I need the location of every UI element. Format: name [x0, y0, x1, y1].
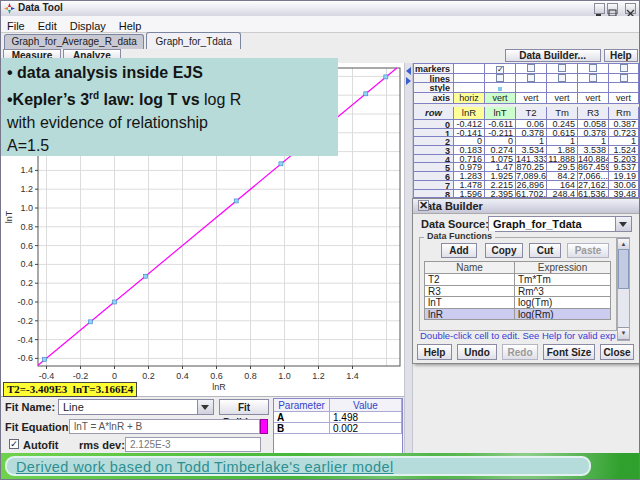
- table-cell[interactable]: 140.884: [578, 155, 609, 164]
- table-cell[interactable]: 5.203: [609, 155, 639, 164]
- table-cell[interactable]: 2.215: [485, 181, 516, 190]
- prop-cell-markers[interactable]: [454, 64, 485, 74]
- param-value[interactable]: 1.498: [330, 412, 402, 423]
- column-header-lnr[interactable]: lnR: [454, 107, 485, 120]
- data-builder--button[interactable]: Data Builder...: [505, 49, 601, 62]
- menu-file[interactable]: File: [1, 19, 32, 32]
- markers-checkbox[interactable]: [620, 64, 628, 72]
- data-source-dropdown-icon[interactable]: [615, 217, 631, 231]
- fit-builder-button[interactable]: Fit Builder...: [219, 399, 269, 415]
- data-source-combobox[interactable]: Graph_for_Tdata: [488, 216, 632, 232]
- lines-checkbox[interactable]: [589, 74, 597, 82]
- table-cell[interactable]: 1.478: [454, 181, 485, 190]
- table-cell[interactable]: 0.716: [454, 155, 485, 164]
- autofit-checkbox[interactable]: ✓: [9, 439, 19, 449]
- table-cell[interactable]: -0.611: [485, 120, 516, 129]
- table-cell[interactable]: 19.19: [609, 172, 639, 181]
- table-cell[interactable]: 0.06: [516, 120, 547, 129]
- row-number[interactable]: 7: [414, 181, 454, 190]
- function-expression[interactable]: log(Rm): [515, 309, 611, 321]
- table-cell[interactable]: 61,702...: [516, 190, 547, 199]
- table-cell[interactable]: 0.378: [516, 129, 547, 138]
- prop-cell-markers[interactable]: ✓: [485, 64, 516, 74]
- prop-cell-lines[interactable]: [578, 74, 609, 84]
- fit-name-dropdown-icon[interactable]: [197, 400, 213, 414]
- data-builder-dialog[interactable]: Data Builder ✕ Data Source: Graph_for_Td…: [412, 198, 640, 364]
- menu-edit[interactable]: Edit: [32, 19, 64, 32]
- prop-cell-axis[interactable]: vert: [516, 93, 547, 104]
- table-cell[interactable]: 0.183: [454, 146, 485, 155]
- lines-checkbox[interactable]: [558, 74, 566, 82]
- table-cell[interactable]: 29.5: [547, 163, 578, 172]
- markers-checkbox[interactable]: [589, 64, 597, 72]
- row-number[interactable]: 4: [414, 155, 454, 164]
- table-cell[interactable]: 3.538: [578, 146, 609, 155]
- tab-graph_for_average_r_data[interactable]: Graph_for_Average_R_data: [4, 34, 144, 49]
- prop-cell-lines[interactable]: [485, 74, 516, 84]
- fit-color-chip[interactable]: [260, 419, 268, 434]
- font-size-button[interactable]: Font Size: [543, 344, 595, 360]
- table-cell[interactable]: 3.534: [516, 146, 547, 155]
- table-cell[interactable]: 1.88: [547, 146, 578, 155]
- table-cell[interactable]: 0: [485, 137, 516, 146]
- fit-equation-field[interactable]: lnT = A*lnR + B: [69, 419, 260, 434]
- row-number[interactable]: 6: [414, 172, 454, 181]
- table-cell[interactable]: 61,536...: [578, 190, 609, 199]
- function-name[interactable]: lnT: [425, 297, 515, 309]
- close-button[interactable]: Close: [600, 344, 634, 360]
- data-builder-close-icon[interactable]: ✕: [418, 200, 429, 211]
- functions-header-name[interactable]: Name: [425, 262, 515, 274]
- row-number[interactable]: 5: [414, 163, 454, 172]
- param-name[interactable]: A: [274, 412, 330, 423]
- table-cell[interactable]: 26,896: [516, 181, 547, 190]
- lines-checkbox[interactable]: [620, 74, 628, 82]
- function-name[interactable]: R3: [425, 286, 515, 298]
- markers-checkbox[interactable]: ✓: [496, 66, 504, 74]
- row-header[interactable]: row: [414, 107, 454, 120]
- table-cell[interactable]: 39.48: [609, 190, 639, 199]
- function-expression[interactable]: Tm*Tm: [515, 274, 611, 286]
- table-cell[interactable]: 9.537: [609, 163, 639, 172]
- table-cell[interactable]: 1: [547, 137, 578, 146]
- table-cell[interactable]: 141.333: [516, 155, 547, 164]
- param-header-value[interactable]: Value: [330, 399, 402, 412]
- prop-cell-markers[interactable]: [516, 64, 547, 74]
- column-header-lnt[interactable]: lnT: [485, 107, 516, 120]
- function-expression[interactable]: log(Tm): [515, 297, 611, 309]
- table-cell[interactable]: 1.075: [485, 155, 516, 164]
- table-cell[interactable]: 870.25: [516, 163, 547, 172]
- table-cell[interactable]: 2.395: [485, 190, 516, 199]
- markers-checkbox[interactable]: [558, 64, 566, 72]
- table-cell[interactable]: 27,162...: [578, 181, 609, 190]
- close-button[interactable]: [625, 3, 636, 14]
- table-cell[interactable]: 7,066...: [578, 172, 609, 181]
- table-cell[interactable]: 0.245: [547, 120, 578, 129]
- column-header-rm[interactable]: Rm: [609, 107, 639, 120]
- prop-cell-lines[interactable]: [547, 74, 578, 84]
- prop-cell-lines[interactable]: [454, 74, 485, 84]
- table-cell[interactable]: 0.723: [609, 129, 639, 138]
- table-cell[interactable]: -0.211: [485, 129, 516, 138]
- prop-cell-axis[interactable]: horiz: [454, 93, 485, 104]
- row-number[interactable]: 2: [414, 137, 454, 146]
- param-header-parameter[interactable]: Parameter: [274, 399, 330, 412]
- row-number[interactable]: 1: [414, 129, 454, 138]
- prop-cell-markers[interactable]: [609, 64, 639, 74]
- table-cell[interactable]: 0.979: [454, 163, 485, 172]
- table-cell[interactable]: -0.141: [454, 129, 485, 138]
- functions-header-expression[interactable]: Expression: [515, 262, 611, 274]
- table-cell[interactable]: 1.47: [485, 163, 516, 172]
- table-cell[interactable]: 248.4: [547, 190, 578, 199]
- menu-display[interactable]: Display: [64, 19, 113, 32]
- table-cell[interactable]: 84.2: [547, 172, 578, 181]
- column-header-r3[interactable]: R3: [578, 107, 609, 120]
- prop-cell-markers[interactable]: [547, 64, 578, 74]
- table-cell[interactable]: 0: [454, 137, 485, 146]
- table-cell[interactable]: 0.058: [578, 120, 609, 129]
- prop-cell-markers[interactable]: [578, 64, 609, 74]
- table-cell[interactable]: 164: [547, 181, 578, 190]
- scroll-down-icon[interactable]: ▼: [618, 327, 629, 340]
- splitter-collapse-left-icon[interactable]: [406, 67, 411, 75]
- prop-cell-lines[interactable]: [516, 74, 547, 84]
- table-cell[interactable]: 1.524: [609, 146, 639, 155]
